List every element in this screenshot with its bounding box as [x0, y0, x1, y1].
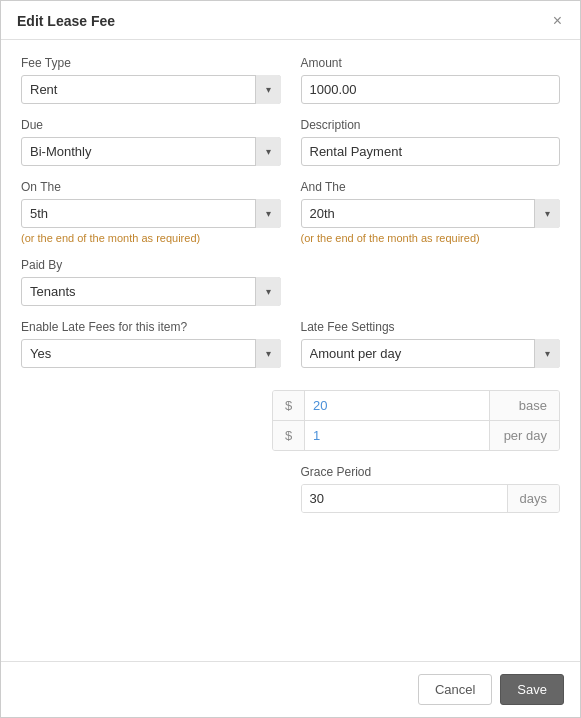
paid-by-select[interactable]: Tenants Owner: [21, 277, 281, 306]
per-day-unit-label: per day: [489, 421, 559, 450]
col-description: Description: [301, 118, 561, 166]
save-button[interactable]: Save: [500, 674, 564, 705]
col-due: Due Bi-Monthly Monthly Weekly ▾: [21, 118, 281, 166]
late-fee-per-day-row: $ per day: [273, 421, 559, 450]
late-fee-base-row: $ base: [273, 391, 559, 421]
row-grace-period: Grace Period days: [21, 465, 560, 513]
base-unit-label: base: [489, 391, 559, 420]
col-paid-by: Paid By Tenants Owner ▾: [21, 258, 281, 306]
col-grace-period: Grace Period days: [301, 465, 561, 513]
per-day-dollar-symbol: $: [273, 421, 305, 450]
col-left-spacer: [21, 382, 252, 451]
due-select[interactable]: Bi-Monthly Monthly Weekly: [21, 137, 281, 166]
base-dollar-symbol: $: [273, 391, 305, 420]
fee-type-label: Fee Type: [21, 56, 281, 70]
col-enable-late-fees: Enable Late Fees for this item? Yes No ▾: [21, 320, 281, 368]
row-paid-by: Paid By Tenants Owner ▾: [21, 258, 560, 306]
grace-period-row: days: [301, 484, 561, 513]
late-fee-settings-select[interactable]: Amount per day Flat fee Percentage: [301, 339, 561, 368]
and-the-label: And The: [301, 180, 561, 194]
description-input[interactable]: [301, 137, 561, 166]
col-amount: Amount: [301, 56, 561, 104]
fee-type-select[interactable]: Rent Other: [21, 75, 281, 104]
edit-lease-fee-dialog: Edit Lease Fee × Fee Type Rent Other ▾ A…: [0, 0, 581, 718]
dialog-title: Edit Lease Fee: [17, 13, 115, 29]
late-fee-settings-select-wrapper: Amount per day Flat fee Percentage ▾: [301, 339, 561, 368]
amount-label: Amount: [301, 56, 561, 70]
on-the-select[interactable]: 5th 1st 10th 15th: [21, 199, 281, 228]
dialog-body: Fee Type Rent Other ▾ Amount Due: [1, 40, 580, 661]
row-late-fee-values: $ base $ per day: [21, 382, 560, 451]
row-late-fees-settings: Enable Late Fees for this item? Yes No ▾…: [21, 320, 560, 368]
base-amount-input[interactable]: [305, 391, 489, 420]
enable-late-fees-select[interactable]: Yes No: [21, 339, 281, 368]
dialog-header: Edit Lease Fee ×: [1, 1, 580, 40]
grace-period-unit-label: days: [507, 485, 559, 512]
description-label: Description: [301, 118, 561, 132]
row-on-the-and-the: On The 5th 1st 10th 15th ▾ (or the end o…: [21, 180, 560, 244]
and-the-select-wrapper: 20th 15th 25th ▾: [301, 199, 561, 228]
enable-late-fees-select-wrapper: Yes No ▾: [21, 339, 281, 368]
col-left-spacer2: [21, 465, 281, 513]
close-button[interactable]: ×: [551, 13, 564, 29]
cancel-button[interactable]: Cancel: [418, 674, 492, 705]
on-the-helper: (or the end of the month as required): [21, 232, 281, 244]
due-select-wrapper: Bi-Monthly Monthly Weekly ▾: [21, 137, 281, 166]
col-on-the: On The 5th 1st 10th 15th ▾ (or the end o…: [21, 180, 281, 244]
late-fee-table: $ base $ per day: [272, 390, 560, 451]
grace-period-label: Grace Period: [301, 465, 561, 479]
paid-by-select-wrapper: Tenants Owner ▾: [21, 277, 281, 306]
row-fee-type-amount: Fee Type Rent Other ▾ Amount: [21, 56, 560, 104]
enable-late-fees-label: Enable Late Fees for this item?: [21, 320, 281, 334]
and-the-select[interactable]: 20th 15th 25th: [301, 199, 561, 228]
per-day-amount-input[interactable]: [305, 421, 489, 450]
col-empty-right: [301, 258, 561, 306]
col-fee-type: Fee Type Rent Other ▾: [21, 56, 281, 104]
dialog-footer: Cancel Save: [1, 661, 580, 717]
on-the-select-wrapper: 5th 1st 10th 15th ▾: [21, 199, 281, 228]
on-the-label: On The: [21, 180, 281, 194]
grace-period-input[interactable]: [302, 485, 507, 512]
row-due-description: Due Bi-Monthly Monthly Weekly ▾ Descript…: [21, 118, 560, 166]
due-label: Due: [21, 118, 281, 132]
and-the-helper: (or the end of the month as required): [301, 232, 561, 244]
col-and-the: And The 20th 15th 25th ▾ (or the end of …: [301, 180, 561, 244]
col-late-fee-settings: Late Fee Settings Amount per day Flat fe…: [301, 320, 561, 368]
paid-by-label: Paid By: [21, 258, 281, 272]
late-fee-settings-label: Late Fee Settings: [301, 320, 561, 334]
fee-type-select-wrapper: Rent Other ▾: [21, 75, 281, 104]
col-late-fee-values: $ base $ per day: [272, 382, 560, 451]
amount-input[interactable]: [301, 75, 561, 104]
